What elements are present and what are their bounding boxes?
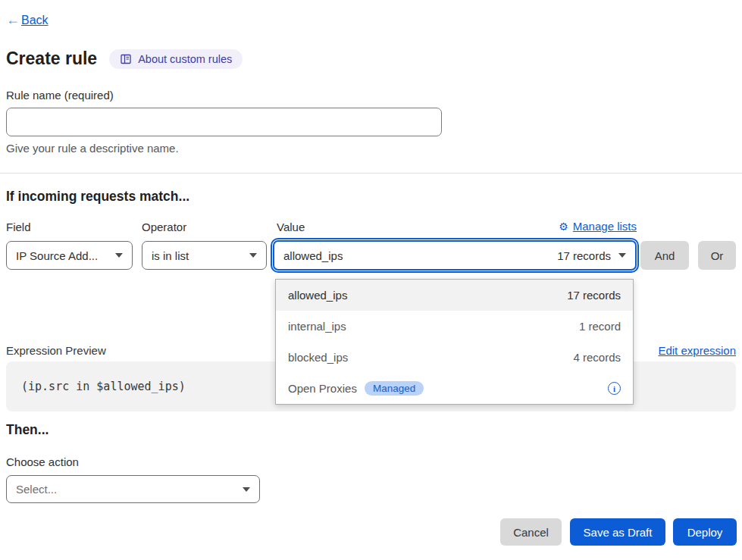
operator-select[interactable]: is in list	[142, 241, 267, 270]
gear-icon: ⚙	[559, 221, 568, 233]
edit-expression-link[interactable]: Edit expression	[658, 344, 736, 357]
value-select-records: 17 records	[557, 249, 611, 262]
then-section-heading: Then...	[6, 422, 49, 438]
deploy-button[interactable]: Deploy	[673, 518, 737, 546]
manage-lists-label[interactable]: Manage lists	[573, 220, 637, 233]
manage-lists-link[interactable]: ⚙Manage lists	[559, 220, 637, 233]
value-label: Value	[277, 221, 305, 233]
value-dropdown-menu: allowed_ips 17 records internal_ips 1 re…	[275, 279, 634, 405]
section-divider	[0, 173, 742, 174]
chevron-down-icon	[618, 253, 626, 258]
operator-label: Operator	[142, 221, 186, 233]
field-select-value: IP Source Add...	[16, 249, 98, 262]
page-title: Create rule	[6, 48, 97, 69]
rule-name-label: Rule name (required)	[6, 89, 114, 102]
dropdown-item-allowed-ips[interactable]: allowed_ips 17 records	[276, 280, 633, 311]
list-name: internal_ips	[288, 320, 346, 333]
chevron-down-icon	[249, 253, 257, 258]
dropdown-item-internal-ips[interactable]: internal_ips 1 record	[276, 311, 633, 342]
managed-badge: Managed	[365, 381, 424, 396]
value-select-value: allowed_ips	[283, 249, 343, 262]
list-name: allowed_ips	[288, 289, 347, 302]
info-icon[interactable]: i	[608, 382, 621, 395]
rule-name-helper-text: Give your rule a descriptive name.	[6, 142, 179, 155]
field-select[interactable]: IP Source Add...	[6, 241, 133, 270]
operator-select-value: is in list	[152, 249, 189, 262]
field-label: Field	[6, 221, 31, 233]
rule-name-input[interactable]	[6, 108, 442, 136]
book-icon	[120, 53, 132, 65]
back-link[interactable]: ←Back	[6, 12, 49, 28]
back-arrow-icon: ←	[6, 12, 20, 28]
list-records: 1 record	[579, 320, 621, 333]
dropdown-item-blocked-ips[interactable]: blocked_ips 4 records	[276, 342, 633, 373]
list-name: Open Proxies	[288, 382, 357, 395]
list-records: 4 records	[573, 351, 621, 364]
dropdown-item-open-proxies[interactable]: Open Proxies Managed i	[276, 373, 633, 404]
or-button[interactable]: Or	[698, 241, 736, 270]
about-custom-rules-badge[interactable]: About custom rules	[109, 49, 243, 69]
list-records: 17 records	[567, 289, 621, 302]
create-rule-page: ←Back Create rule About custom rules Rul…	[0, 0, 742, 560]
cancel-button[interactable]: Cancel	[500, 518, 562, 546]
about-badge-label: About custom rules	[138, 53, 232, 65]
list-name: blocked_ips	[288, 351, 348, 364]
value-select[interactable]: allowed_ips 17 records	[273, 240, 637, 271]
expression-code: (ip.src in $allowed_ips)	[21, 380, 186, 393]
choose-action-label: Choose action	[6, 455, 79, 468]
action-select-placeholder: Select...	[16, 483, 57, 496]
title-row: Create rule About custom rules	[6, 48, 243, 69]
save-as-draft-button[interactable]: Save as Draft	[570, 518, 665, 546]
expression-preview-label: Expression Preview	[6, 344, 106, 357]
and-button[interactable]: And	[640, 241, 689, 270]
action-select[interactable]: Select...	[6, 475, 260, 503]
chevron-down-icon	[243, 487, 250, 492]
back-link-label[interactable]: Back	[21, 14, 49, 27]
chevron-down-icon	[115, 253, 123, 258]
match-section-heading: If incoming requests match...	[6, 189, 189, 205]
